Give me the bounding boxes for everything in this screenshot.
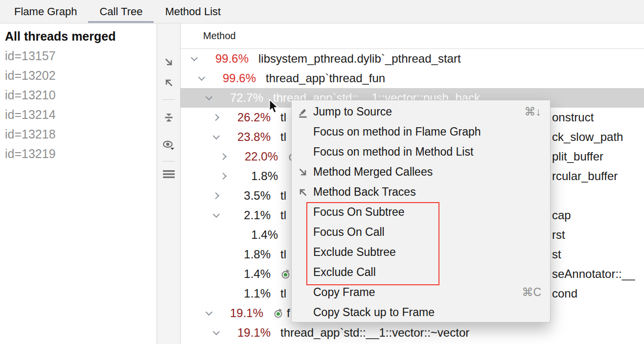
recursion-icon [273,308,283,319]
method-back-traces-button[interactable] [163,77,174,90]
recursion-icon [280,269,291,279]
tab-label: Method List [165,5,221,18]
method-name: thread_app`thread_fun [266,71,385,85]
menu-item-copy-stack-up-to-frame[interactable]: Copy Stack up to Frame [292,302,550,322]
row-percent: 23.8% [221,130,271,144]
sidebar-item-thread[interactable]: id=13157 [0,46,157,66]
menu-item-icon-spacer [297,146,309,159]
sidebar-item-all-threads-merged[interactable]: All threads merged [0,26,157,46]
method-name: tl [280,248,286,261]
row-percent: 19.1% [221,326,271,340]
tab-call-tree[interactable]: Call Tree [88,0,154,23]
view-options-button[interactable] [162,140,175,153]
collapse-icon [163,112,174,125]
menu-item-focus-on-method-in-method-list[interactable]: Focus on method in Method List [292,142,550,162]
chevron-down-icon[interactable] [213,133,221,141]
sidebar-item-thread[interactable]: id=13202 [0,66,157,85]
menu-item-label: Focus On Subtree [313,206,541,219]
chevron-right-icon[interactable] [220,152,228,161]
tree-row[interactable]: 99.6%thread_app`thread_fun [181,69,644,88]
collapse-all-button[interactable] [163,112,174,125]
row-percent: 1.4% [228,228,278,242]
menu-item-icon-spacer [297,246,309,259]
sidebar-item-thread[interactable]: id=13218 [0,124,157,144]
chevron-right-icon[interactable] [213,113,221,122]
menu-item-label: Jump to Source [313,105,516,118]
menu-item-exclude-subtree[interactable]: Exclude Subtree [292,242,550,262]
chevron-down-icon[interactable] [206,93,213,102]
method-name-fragment: cond [552,284,577,303]
method-name-fragment: cap [552,206,571,225]
method-name: thread_app`std::__1::vector::~vector [280,326,469,340]
sidebar-item-thread[interactable]: id=13214 [0,105,157,124]
method-name: f [287,306,290,320]
menu-item-label: Focus On Call [313,226,541,239]
menu-item-focus-on-subtree[interactable]: Focus On Subtree [292,202,550,222]
context-menu: Jump to Source⌘↓Focus on method in Flame… [291,100,551,322]
method-name-fragment: rcular_buffer [552,166,618,186]
method-name-fragment: st [552,245,561,264]
chevron-down-icon[interactable] [213,211,221,220]
sidebar-item-thread[interactable]: id=13210 [0,85,157,105]
selected-tab-underline [88,21,154,23]
chevron-spacer [213,250,221,259]
tree-toolbar [157,23,181,344]
chevron-spacer [213,289,221,298]
chevron-down-icon[interactable] [191,54,199,63]
chevron-down-icon[interactable] [206,309,213,318]
sidebar-item-thread[interactable]: id=13219 [0,144,157,163]
row-percent: 99.6% [206,71,256,85]
chevron-right-icon[interactable] [220,172,228,181]
row-percent: 1.4% [221,267,271,281]
tab-label: Call Tree [99,5,142,18]
profiler-window: Flame GraphCall TreeMethod List All thre… [0,0,644,344]
menu-item-label: Focus on method in Flame Graph [313,125,541,138]
method-name: tl [280,189,286,203]
tab-label: Flame Graph [14,5,77,18]
tree-row[interactable]: 99.6%libsystem_pthread.dylib`_pthread_st… [181,49,644,69]
row-percent: 26.2% [221,111,271,124]
method-name-fragment: ck_slow_path [552,127,623,147]
method-name: libsystem_pthread.dylib`_pthread_start [258,52,461,66]
menu-item-icon-spacer [297,306,309,319]
method-name: tl [280,208,286,222]
menu-item-method-merged-callees[interactable]: Method Merged Callees [292,162,550,182]
menu-item-method-back-traces[interactable]: Method Back Traces [292,182,550,202]
tab-bar: Flame GraphCall TreeMethod List [0,0,644,23]
method-name-fragment: seAnnotator::__ [552,264,635,284]
menu-item-label: Focus on method in Method List [313,145,541,159]
arrow-down-right-icon [163,57,174,69]
arrow-down-right-icon [297,166,309,179]
method-merged-callees-button[interactable] [163,57,174,69]
menu-item-icon-spacer [297,286,309,299]
toolbar-separator [162,161,175,161]
thread-list: id=13157id=13202id=13210id=13214id=13218… [0,46,157,163]
mouse-cursor-icon [268,99,280,116]
menu-item-copy-frame[interactable]: Copy Frame⌘C [292,282,550,302]
menu-item-exclude-call[interactable]: Exclude Call [292,262,550,282]
method-name-fragment: plit_buffer [552,147,603,166]
tab-flame-graph[interactable]: Flame Graph [3,0,88,23]
menu-item-label: Copy Frame [313,286,513,299]
chevron-right-icon[interactable] [213,191,221,200]
menu-item-focus-on-call[interactable]: Focus On Call [292,222,550,242]
row-percent: 72.7% [213,91,263,105]
row-percent: 1.1% [221,287,271,300]
eye-dropdown-icon [162,140,175,153]
arrow-up-left-icon [297,186,309,199]
menu-item-jump-to-source[interactable]: Jump to Source⌘↓ [292,102,550,122]
chevron-down-icon[interactable] [198,74,206,83]
menu-item-focus-on-method-in-flame-graph[interactable]: Focus on method in Flame Graph [292,122,550,142]
tab-method-list[interactable]: Method List [154,0,232,23]
chevron-down-icon[interactable] [213,328,221,337]
options-menu-button[interactable] [163,170,175,181]
menu-item-label: Exclude Call [313,266,541,279]
tree-row[interactable]: 19.1%thread_app`std::__1::vector::~vecto… [181,323,644,343]
method-column-header: Method [181,23,644,49]
menu-item-icon-spacer [297,206,309,219]
menu-item-label: Method Back Traces [313,185,541,199]
method-name: tl [280,111,286,124]
menu-item-label: Exclude Subtree [313,246,541,259]
chevron-spacer [220,230,228,239]
chevron-spacer [213,270,221,278]
